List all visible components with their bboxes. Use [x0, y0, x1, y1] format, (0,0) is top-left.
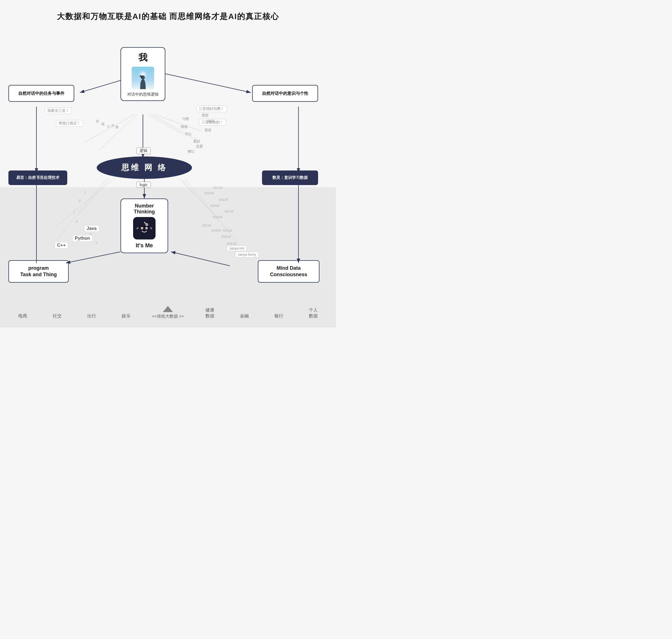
bottom-item-travel: 出行 [83, 313, 100, 319]
box-top-right: 自然对话中的意识与个性 [252, 85, 318, 102]
arrow-up-icon [163, 306, 173, 312]
ellipse-siwei: 思维 网 络 [97, 156, 192, 179]
svg-point-27 [137, 220, 152, 236]
box-bottom-right: Mind Data Consciousness [258, 260, 319, 283]
scatter-yingyu: 英语 [205, 128, 211, 133]
float-text-2: 帮我订酒店！ [56, 120, 83, 127]
bottom-items-row: 电商 社交 出行 娱乐 <<传统大数据 >> 健康 数据 金融 [0, 300, 336, 327]
box-top-left: 自然对话中的任务与事件 [9, 85, 74, 102]
float-sanya-hot: sanya hot [227, 246, 246, 251]
bottom-item-personal: 个人 数据 [305, 307, 322, 319]
lang-java: Java [84, 225, 99, 232]
float-text-3: 三亚很好玩啊！ [196, 106, 227, 112]
scatter-xiguan: 习惯 [182, 116, 189, 121]
card-me-title: Number Thinking [124, 203, 164, 215]
reddit-icon [133, 217, 156, 239]
binary-4: 01010 [210, 204, 220, 208]
num-3: 1 [73, 210, 75, 214]
scatter-qinggan: 情感 [181, 124, 188, 129]
binary-2: 01010 [205, 191, 214, 195]
num-2: 0 [78, 199, 81, 203]
card-me-sub: It's Me [135, 242, 153, 249]
binary-9: 01010 [221, 235, 230, 239]
binary-3: 10110 [219, 198, 228, 202]
svg-line-4 [165, 74, 251, 93]
binary-5: 10110 [224, 210, 234, 213]
float-text-1: 我要去三亚！ [45, 107, 72, 114]
bottom-item-finance: 金融 [236, 313, 253, 319]
card-wo: 我 [121, 47, 165, 101]
bottom-item-entertainment: 娱乐 [118, 313, 134, 319]
binary-1: 10110 [213, 186, 222, 189]
wo-label: 我 [139, 51, 147, 64]
page-title: 大数据和万物互联是AI的基础 而思维网络才是AI的真正核心 [0, 0, 336, 30]
avatar [132, 67, 154, 89]
bottom-item-ecommerce: 电商 [14, 313, 31, 319]
bottom-item-social: 社交 [49, 313, 66, 319]
num-1: 1 [84, 190, 86, 194]
svg-line-13 [84, 114, 134, 142]
bottom-center-arrow: <<传统大数据 >> [152, 306, 184, 319]
svg-point-33 [146, 228, 147, 229]
scatter-lian'ai: 恋爱 [196, 144, 203, 149]
box-left: 易言：自然语言处理技术 [9, 170, 67, 185]
svg-line-16 [154, 114, 202, 131]
lang-python: Python [72, 235, 93, 242]
svg-line-14 [98, 114, 137, 151]
logic-lower-badge: logic [137, 182, 151, 188]
box-right: 数灵：意识学习数据 [262, 170, 318, 185]
scatter-aihao: 爱好 [193, 139, 200, 144]
card-me: Number Thinking It's Me [121, 199, 168, 253]
scatter-zhishi: 知识 [207, 119, 214, 124]
float-sanya-funny: sanya funny [235, 252, 259, 258]
wo-sub: 对话中的思维逻辑 [127, 92, 159, 97]
num-7: 1 [95, 240, 97, 245]
scatter-sixiang: 思想 [202, 113, 208, 118]
svg-point-29 [146, 223, 148, 226]
box-bottom-left: program Task and Thing [9, 260, 69, 283]
binary-8: 01010 10110 [212, 229, 232, 232]
bottom-item-health: 健康 数据 [202, 307, 218, 319]
bottom-item-bank: 银行 [270, 313, 287, 319]
bottom-center-label: <<传统大数据 >> [152, 314, 184, 319]
lang-cpp: C++ [55, 242, 68, 249]
scatter-zenrang: 赠让 [188, 149, 194, 154]
svg-point-32 [142, 228, 143, 229]
svg-line-17 [148, 114, 182, 134]
binary-6: 01010 [213, 215, 222, 219]
num-4: 0 [76, 220, 78, 224]
logic-upper-badge: 逻辑 [137, 147, 150, 154]
binary-7: 10110 [202, 224, 211, 228]
scatter-kaixin: 开心 [185, 132, 192, 137]
binary-10: 01010 [227, 242, 236, 246]
